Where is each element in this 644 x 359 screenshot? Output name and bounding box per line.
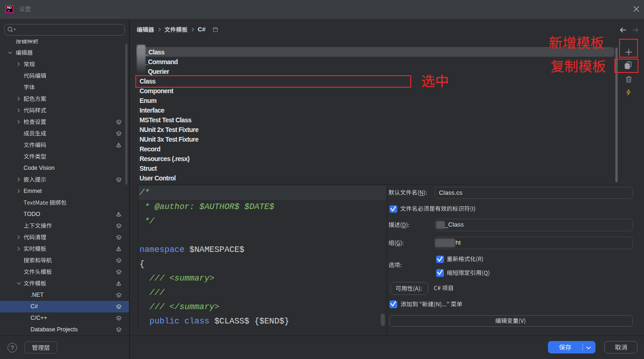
- svg-text:?: ?: [11, 344, 14, 351]
